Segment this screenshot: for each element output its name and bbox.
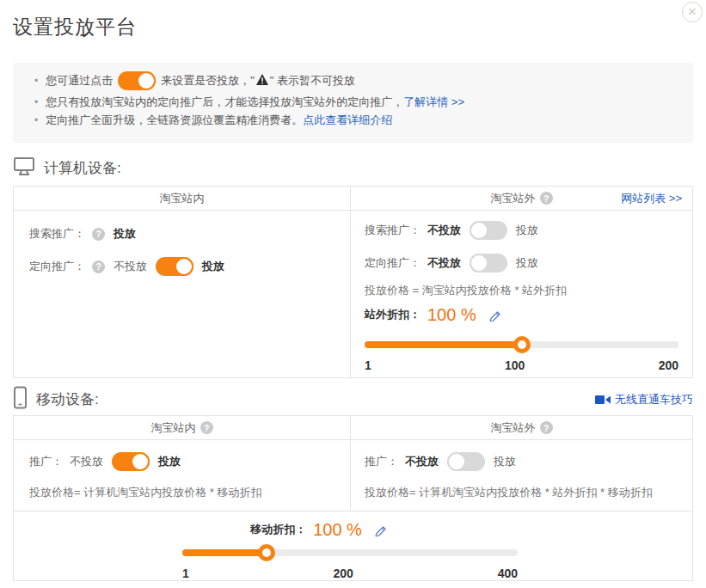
- mobile-phone-icon: [13, 386, 28, 412]
- mobile-table-header: 淘宝站内 淘宝站外: [14, 416, 692, 440]
- notice-text: 您只有投放淘宝站内的定向推广后，才能选择投放淘宝站外的定向推广，: [46, 95, 403, 110]
- header-taobao-onsite: 淘宝站内: [14, 187, 351, 210]
- state-off-label: 不投放: [114, 259, 147, 274]
- example-toggle: [118, 71, 156, 90]
- detail-intro-link[interactable]: 点此查看详细介绍: [303, 113, 392, 128]
- toggle-knob: [470, 254, 488, 273]
- slider-scale: 1 100 200: [365, 358, 678, 372]
- bullet-icon: •: [34, 95, 38, 110]
- bullet-icon: •: [34, 73, 38, 89]
- slider-scale: 1 200 400: [182, 567, 518, 580]
- scale-max: 200: [659, 358, 678, 372]
- scale-max: 400: [498, 567, 518, 580]
- video-icon: [595, 395, 611, 405]
- mobile-onsite-formula: 投放价格= 计算机淘宝站内投放价格 * 移动折扣: [29, 485, 338, 500]
- search-promotion-row: 搜索推广： 不投放 投放: [365, 217, 678, 243]
- header-label: 淘宝站外: [491, 420, 536, 436]
- onsite-targeting-toggle[interactable]: [156, 257, 193, 276]
- slider-knob[interactable]: [258, 544, 275, 561]
- warning-icon: [256, 74, 268, 89]
- offsite-targeting-toggle[interactable]: [470, 254, 507, 273]
- computer-section-heading: 计算机设备:: [13, 156, 121, 180]
- set-platform-dialog: 设置投放平台 • 您可通过点击 来设置是否投放，" " 表示暂不可投放 • 您只…: [0, 0, 706, 588]
- toggle-knob: [470, 221, 488, 240]
- slider-fill: [182, 549, 267, 556]
- state-on-label: 投放: [202, 259, 224, 274]
- state-on-label: 投放: [516, 255, 538, 271]
- header-taobao-offsite: 淘宝站外: [351, 416, 692, 439]
- offsite-discount-slider[interactable]: [365, 336, 678, 353]
- targeted-promotion-row: 定向推广： 不投放 投放: [365, 250, 678, 276]
- offsite-price-formula: 投放价格 = 淘宝站内投放价格 * 站外折扣: [365, 283, 678, 298]
- row-label: 搜索推广：: [29, 226, 85, 242]
- mobile-discount-slider-wrap: 1 200 400: [182, 544, 518, 580]
- computer-offsite-cell: 搜索推广： 不投放 投放 定向推广： 不投放 投放 投放价格 = 淘宝站内投放价…: [351, 211, 692, 377]
- mobile-onsite-toggle[interactable]: [112, 452, 150, 471]
- state-off-label: 不投放: [427, 255, 461, 271]
- notice-text: 定向推广全面升级，全链路资源位覆盖精准消费者。: [46, 113, 303, 128]
- toggle-knob: [137, 71, 156, 90]
- help-icon[interactable]: [540, 192, 553, 205]
- targeted-promotion-row: 定向推广： 不投放 投放: [29, 255, 338, 278]
- discount-label: 站外折扣：: [365, 307, 421, 322]
- bullet-icon: •: [34, 113, 38, 128]
- discount-value: 100 %: [427, 305, 476, 325]
- mobile-discount-slider[interactable]: [182, 544, 518, 561]
- row-label: 搜索推广：: [365, 223, 421, 238]
- scale-mid: 200: [334, 567, 353, 580]
- header-label: 淘宝站外: [491, 191, 536, 206]
- learn-more-link[interactable]: 了解详情 >>: [403, 95, 464, 110]
- search-promotion-row: 搜索推广： 投放: [29, 223, 338, 245]
- state-on-label: 投放: [516, 223, 538, 238]
- state-off-label: 不投放: [405, 454, 439, 469]
- computer-icon: [13, 156, 35, 180]
- site-list-link[interactable]: 网站列表 >>: [621, 191, 682, 206]
- computer-platform-table: 淘宝站内 淘宝站外 网站列表 >> 搜索推广： 投放 定向推广： 不投放: [13, 186, 693, 378]
- edit-pencil-icon[interactable]: [488, 309, 501, 322]
- mobile-section-heading: 移动设备:: [13, 386, 99, 412]
- discount-value: 100 %: [313, 520, 362, 540]
- notice-line-2: • 您只有投放淘宝站内的定向推广后，才能选择投放淘宝站外的定向推广， 了解详情 …: [34, 95, 685, 110]
- mobile-offsite-formula: 投放价格= 计算机淘宝站内投放价格 * 站外折扣 * 移动折扣: [365, 485, 678, 500]
- state-value: 投放: [114, 226, 136, 242]
- computer-onsite-cell: 搜索推广： 投放 定向推广： 不投放 投放: [14, 211, 351, 377]
- row-label: 推广：: [29, 454, 63, 469]
- promotion-row: 推广： 不投放 投放: [365, 450, 678, 473]
- state-on-label: 投放: [494, 454, 516, 469]
- page-title: 设置投放平台: [13, 14, 137, 40]
- row-label: 定向推广：: [365, 255, 421, 271]
- slider-fill: [365, 341, 522, 348]
- wireless-tips-link[interactable]: 无线直通车技巧: [595, 392, 693, 407]
- header-label: 淘宝站内: [160, 191, 205, 206]
- state-off-label: 不投放: [427, 223, 461, 238]
- offsite-search-toggle[interactable]: [470, 221, 507, 240]
- promotion-row: 推广： 不投放 投放: [29, 450, 338, 473]
- close-button[interactable]: [682, 2, 703, 22]
- scale-mid: 100: [505, 358, 525, 372]
- slider-knob[interactable]: [513, 336, 531, 353]
- tips-link-label: 无线直通车技巧: [615, 392, 693, 407]
- help-icon[interactable]: [92, 228, 105, 241]
- offsite-discount-slider-wrap: 1 100 200: [365, 336, 678, 372]
- mobile-discount-section: 移动折扣： 100 % 1 200 400: [14, 511, 692, 580]
- notice-box: • 您可通过点击 来设置是否投放，" " 表示暂不可投放 • 您只有投放淘宝站内…: [13, 63, 693, 143]
- mobile-platform-table: 淘宝站内 淘宝站外 推广： 不投放 投放 投放价格= 计算机淘宝站内投放价格 *…: [13, 415, 693, 581]
- state-off-label: 不投放: [70, 454, 103, 469]
- toggle-knob: [447, 452, 466, 471]
- mobile-discount-row: 移动折扣： 100 %: [14, 518, 623, 542]
- header-taobao-onsite: 淘宝站内: [14, 416, 351, 439]
- help-icon[interactable]: [540, 421, 553, 434]
- help-icon[interactable]: [200, 421, 213, 434]
- mobile-section-title: 移动设备:: [36, 389, 99, 409]
- discount-label: 移动折扣：: [250, 522, 306, 537]
- header-taobao-offsite: 淘宝站外 网站列表 >>: [351, 187, 692, 210]
- mobile-offsite-toggle[interactable]: [447, 452, 485, 471]
- notice-line-3: • 定向推广全面升级，全链路资源位覆盖精准消费者。 点此查看详细介绍: [34, 113, 685, 128]
- computer-table-header: 淘宝站内 淘宝站外 网站列表 >>: [14, 187, 692, 211]
- row-label: 定向推广：: [29, 259, 85, 274]
- notice-text: 您可通过点击: [46, 73, 113, 89]
- toggle-knob: [131, 452, 150, 471]
- edit-pencil-icon[interactable]: [374, 524, 387, 536]
- help-icon[interactable]: [92, 260, 105, 273]
- notice-text: " 表示暂不可投放: [270, 73, 355, 89]
